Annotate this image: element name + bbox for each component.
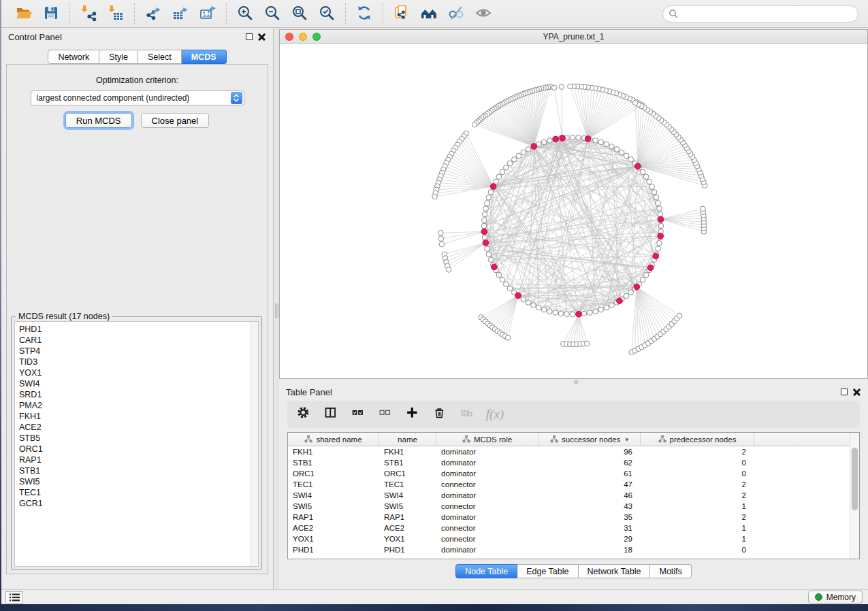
import-table-button[interactable] bbox=[104, 3, 127, 24]
tab-motifs[interactable]: Motifs bbox=[650, 564, 691, 578]
close-panel-icon[interactable] bbox=[853, 388, 861, 396]
splitter-grip[interactable] bbox=[574, 380, 578, 384]
tab-network[interactable]: Network bbox=[48, 50, 99, 64]
table-row[interactable]: SWI5SWI5connector431 bbox=[288, 501, 850, 512]
tab-node-table[interactable]: Node Table bbox=[455, 564, 517, 578]
export-network-button[interactable] bbox=[142, 3, 165, 24]
run-mcds-button[interactable]: Run MCDS bbox=[65, 113, 132, 128]
column-layout-icon bbox=[324, 406, 339, 423]
table-cell: dominator bbox=[436, 512, 539, 523]
open-file-icon bbox=[15, 4, 33, 24]
shared-column-icon bbox=[304, 435, 312, 443]
mcds-result-list[interactable]: PHD1CAR1STP4TID3YOX1SWI4SRD1PMA2FKH1ACE2… bbox=[14, 321, 259, 567]
close-panel-icon[interactable] bbox=[258, 33, 266, 41]
show-all-button[interactable] bbox=[472, 3, 495, 24]
network-window-titlebar[interactable]: YPA_prune.txt_1 bbox=[280, 30, 867, 44]
result-list-item[interactable]: PHD1 bbox=[19, 324, 251, 335]
import-network-button[interactable] bbox=[77, 3, 100, 24]
float-panel-icon[interactable] bbox=[841, 389, 848, 395]
result-list-item[interactable]: PMA2 bbox=[19, 400, 251, 411]
mcds-list-scrollbar[interactable] bbox=[251, 322, 258, 566]
table-row[interactable]: STB1STB1dominator620 bbox=[288, 457, 850, 468]
result-list-item[interactable]: YOX1 bbox=[19, 367, 251, 378]
deselect-all-button[interactable] bbox=[376, 404, 396, 425]
open-file-button[interactable] bbox=[12, 3, 35, 24]
column-label: shared name bbox=[316, 435, 361, 444]
result-list-item[interactable]: ORC1 bbox=[19, 444, 251, 455]
refresh-button[interactable] bbox=[353, 3, 376, 24]
table-scrollbar[interactable] bbox=[850, 433, 859, 559]
table-cell: 46 bbox=[539, 490, 641, 501]
select-all-button[interactable] bbox=[349, 404, 369, 425]
table-row[interactable]: RAP1RAP1dominator352 bbox=[288, 512, 850, 523]
result-list-item[interactable]: STB5 bbox=[19, 433, 251, 444]
result-list-item[interactable]: SWI4 bbox=[19, 378, 251, 389]
export-image-button[interactable] bbox=[196, 3, 219, 24]
tab-network-table[interactable]: Network Table bbox=[579, 564, 651, 578]
tab-select[interactable]: Select bbox=[138, 50, 182, 64]
table-row[interactable]: TEC1TEC1connector472 bbox=[288, 479, 850, 490]
float-panel-icon[interactable] bbox=[246, 33, 253, 40]
network-canvas[interactable] bbox=[280, 44, 867, 378]
vertical-splitter[interactable] bbox=[274, 28, 279, 589]
gear-button[interactable] bbox=[294, 404, 315, 425]
result-list-item[interactable]: STP4 bbox=[19, 346, 251, 357]
zoom-selected-button[interactable] bbox=[315, 3, 338, 24]
tab-mcds[interactable]: MCDS bbox=[182, 50, 227, 64]
column-header-predecessor-nodes[interactable]: predecessor nodes bbox=[641, 433, 754, 446]
search-box[interactable] bbox=[662, 5, 858, 22]
zoom-in-button[interactable] bbox=[234, 3, 257, 24]
table-cell: dominator bbox=[436, 490, 539, 501]
save-session-button[interactable] bbox=[39, 3, 63, 24]
result-list-item[interactable]: SRD1 bbox=[19, 389, 251, 400]
table-row[interactable]: SWI4SWI4dominator462 bbox=[288, 490, 850, 501]
result-list-item[interactable]: TEC1 bbox=[19, 487, 251, 498]
mcds-result-title: MCDS result (17 nodes) bbox=[16, 312, 112, 321]
result-list-item[interactable]: TID3 bbox=[19, 357, 251, 367]
search-input[interactable] bbox=[681, 9, 852, 18]
result-list-item[interactable]: FKH1 bbox=[19, 411, 251, 422]
column-header-shared-name[interactable]: shared name bbox=[288, 433, 379, 446]
network-from-clipboard-button[interactable] bbox=[390, 3, 413, 24]
column-header-successor-nodes[interactable]: successor nodes▾ bbox=[539, 433, 641, 446]
zoom-out-button[interactable] bbox=[261, 3, 284, 24]
table-row[interactable]: PHD1PHD1dominator180 bbox=[288, 544, 850, 555]
result-list-item[interactable]: CAR1 bbox=[19, 335, 251, 346]
memory-button[interactable]: Memory bbox=[808, 591, 863, 604]
delete-button[interactable] bbox=[430, 404, 451, 425]
first-neighbors-button[interactable] bbox=[417, 3, 440, 24]
result-list-item[interactable]: STB1 bbox=[19, 465, 251, 476]
table-row[interactable]: ORC1ORC1dominator610 bbox=[288, 468, 850, 479]
table-cell: 35 bbox=[539, 512, 641, 523]
column-header-MCDS-role[interactable]: MCDS role bbox=[436, 433, 539, 446]
export-table-button[interactable] bbox=[169, 3, 192, 24]
scrollbar-thumb[interactable] bbox=[852, 448, 858, 510]
column-header-name[interactable]: name bbox=[379, 433, 436, 446]
result-list-item[interactable]: GCR1 bbox=[19, 498, 251, 509]
tab-edge-table[interactable]: Edge Table bbox=[517, 564, 578, 578]
column-label: predecessor nodes bbox=[670, 435, 737, 444]
criterion-dropdown[interactable]: largest connected component (undirected) bbox=[31, 90, 244, 105]
tab-style[interactable]: Style bbox=[99, 50, 138, 64]
close-panel-button[interactable]: Close panel bbox=[141, 113, 210, 128]
horizontal-splitter[interactable] bbox=[279, 379, 868, 384]
splitter-grip[interactable] bbox=[275, 303, 278, 318]
table-row[interactable]: YOX1YOX1connector291 bbox=[288, 533, 850, 544]
status-bar: Memory bbox=[0, 589, 868, 604]
table-cell: YOX1 bbox=[288, 533, 379, 544]
table-row[interactable]: ACE2ACE2connector311 bbox=[288, 523, 850, 533]
result-list-item[interactable]: ACE2 bbox=[19, 422, 251, 433]
list-icon bbox=[10, 593, 20, 601]
result-list-item[interactable]: RAP1 bbox=[19, 455, 251, 465]
add-column-button[interactable] bbox=[403, 404, 423, 425]
zoom-fit-button[interactable] bbox=[288, 3, 311, 24]
shared-column-icon bbox=[658, 435, 666, 443]
column-layout-button[interactable] bbox=[321, 404, 342, 425]
table-row[interactable]: FKH1FKH1dominator962 bbox=[288, 446, 850, 457]
sort-descending-icon: ▾ bbox=[625, 436, 628, 443]
task-history-button[interactable] bbox=[5, 591, 23, 604]
hide-selected-button[interactable] bbox=[445, 3, 468, 24]
mcds-tab-content: Optimization criterion: largest connecte… bbox=[6, 64, 268, 574]
result-list-item[interactable]: SWI5 bbox=[19, 476, 251, 487]
shared-column-icon bbox=[462, 435, 470, 443]
